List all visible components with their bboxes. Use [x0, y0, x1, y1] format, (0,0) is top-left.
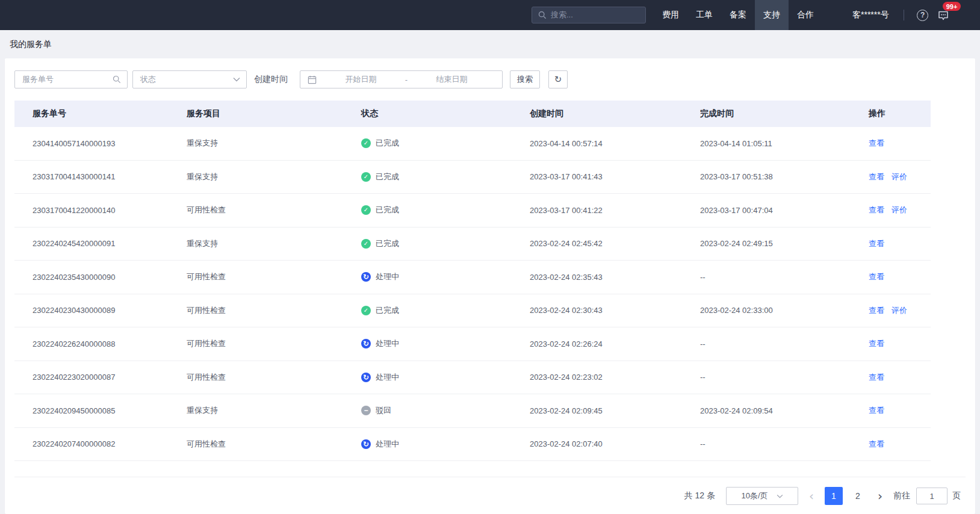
status-cell: ↻ 处理中 [361, 439, 530, 450]
status-text: 已完成 [376, 238, 399, 249]
navbar-search-input[interactable]: 搜索... [532, 7, 646, 23]
service-item: 可用性检查 [187, 338, 361, 349]
view-link[interactable]: 查看 [869, 205, 884, 215]
goto-page-input[interactable]: 1 [916, 488, 947, 504]
status-select[interactable]: 状态 [132, 70, 247, 88]
nav-item-partner[interactable]: 合作 [789, 0, 822, 30]
view-link[interactable]: 查看 [869, 271, 884, 282]
view-link[interactable]: 查看 [869, 405, 884, 416]
table-row: 2302240226240000088 可用性检查 ↻ 处理中 2023-02-… [14, 327, 931, 361]
status-text: 处理中 [376, 338, 399, 349]
page-button-1[interactable]: 1 [825, 487, 843, 505]
service-orders-panel: 服务单号 状态 创建时间 [5, 58, 975, 514]
order-id: 2302240226240000088 [14, 339, 187, 348]
page-size-select[interactable]: 10条/页 [726, 487, 798, 505]
status-icon: ✓ [361, 205, 371, 215]
page-title: 我的服务单 [10, 39, 52, 50]
status-cell: ✓ 已完成 [361, 138, 530, 149]
service-orders-table: 服务单号 服务项目 状态 创建时间 完成时间 操作 23041400571400… [14, 101, 931, 461]
view-link[interactable]: 查看 [869, 305, 884, 316]
col-header-created: 创建时间 [530, 108, 700, 119]
page-number-list: 12 [825, 487, 867, 505]
rate-link[interactable]: 评价 [892, 172, 907, 182]
refresh-button[interactable]: ↻ [548, 70, 568, 88]
view-link[interactable]: 查看 [869, 172, 884, 182]
order-id: 2304140057140000193 [14, 139, 187, 148]
status-cell: − 驳回 [361, 405, 530, 416]
created-time: 2023-02-24 02:07:40 [530, 439, 700, 448]
order-number-input[interactable]: 服务单号 [14, 70, 128, 88]
calendar-icon [308, 75, 317, 84]
primary-nav: 费用 工单 备案 支持 合作 客******号 ? 99+ [654, 0, 954, 30]
chevron-down-icon [233, 77, 240, 82]
finished-time: 2023-03-17 00:51:38 [700, 172, 869, 181]
service-item: 可用性检查 [187, 305, 361, 316]
status-cell: ✓ 已完成 [361, 205, 530, 215]
rate-link[interactable]: 评价 [892, 305, 907, 316]
rate-link[interactable]: 评价 [892, 205, 907, 215]
next-page-button[interactable]: › [875, 490, 885, 502]
status-text: 已完成 [376, 205, 399, 215]
row-actions: 查看 [869, 439, 931, 450]
nav-item-billing[interactable]: 费用 [654, 0, 687, 30]
status-cell: ↻ 处理中 [361, 338, 530, 349]
created-time-label: 创建时间 [254, 74, 288, 85]
order-id: 2302240223020000087 [14, 373, 187, 382]
status-text: 处理中 [376, 372, 399, 383]
nav-item-support[interactable]: 支持 [755, 0, 789, 30]
pagination-bar: 共 12 条 10条/页 ‹ 12 › 前往 1 页 [14, 477, 966, 505]
order-id: 2302240235430000090 [14, 273, 187, 282]
table-row: 2302240235430000090 可用性检查 ↻ 处理中 2023-02-… [14, 261, 931, 294]
status-icon: ✓ [361, 239, 371, 249]
prev-page-button[interactable]: ‹ [807, 490, 816, 502]
service-item: 可用性检查 [187, 439, 361, 450]
finished-time: 2023-02-24 02:49:15 [700, 239, 869, 248]
status-icon: ↻ [361, 272, 371, 282]
col-header-order-id: 服务单号 [14, 108, 187, 119]
view-link[interactable]: 查看 [869, 372, 884, 383]
page-button-2[interactable]: 2 [849, 487, 867, 505]
row-actions: 查看 [869, 405, 931, 416]
view-link[interactable]: 查看 [869, 439, 884, 450]
chevron-down-icon [777, 494, 783, 498]
table-body: 2304140057140000193 重保支持 ✓ 已完成 2023-04-1… [14, 127, 931, 461]
table-row: 2303170041430000141 重保支持 ✓ 已完成 2023-03-1… [14, 161, 931, 194]
search-icon [113, 75, 121, 84]
nav-divider [904, 10, 904, 20]
search-button[interactable]: 搜索 [510, 70, 540, 88]
table-header-row: 服务单号 服务项目 状态 创建时间 完成时间 操作 [14, 101, 931, 127]
finished-time: -- [700, 273, 869, 282]
date-range-picker[interactable]: 开始日期 - 结束日期 [300, 70, 503, 88]
messages-button[interactable]: 99+ [933, 0, 954, 30]
status-cell: ✓ 已完成 [361, 305, 530, 316]
table-row: 2302240245420000091 重保支持 ✓ 已完成 2023-02-2… [14, 228, 931, 261]
service-item: 可用性检查 [187, 271, 361, 282]
view-link[interactable]: 查看 [869, 138, 884, 149]
created-time: 2023-03-17 00:41:22 [530, 206, 700, 215]
navbar-search-placeholder: 搜索... [551, 10, 573, 20]
created-time: 2023-02-24 02:45:42 [530, 239, 700, 248]
topbar: 搜索... 费用 工单 备案 支持 合作 客******号 ? 99+ [0, 0, 980, 30]
status-icon: ✓ [361, 172, 371, 182]
col-header-actions: 操作 [869, 108, 931, 119]
view-link[interactable]: 查看 [869, 338, 884, 349]
nav-item-icp[interactable]: 备案 [721, 0, 755, 30]
status-icon: − [361, 406, 371, 415]
help-button[interactable]: ? [913, 0, 933, 30]
status-text: 已完成 [376, 305, 399, 316]
row-actions: 查看 [869, 372, 931, 383]
service-item: 重保支持 [187, 172, 361, 182]
order-number-placeholder: 服务单号 [22, 74, 113, 85]
refresh-icon: ↻ [554, 74, 562, 85]
page-title-bar: 我的服务单 [0, 30, 980, 58]
row-actions: 查看评价 [869, 305, 931, 316]
account-name[interactable]: 客******号 [846, 10, 895, 20]
nav-item-tickets[interactable]: 工单 [687, 0, 721, 30]
table-row: 2303170041220000140 可用性检查 ✓ 已完成 2023-03-… [14, 194, 931, 228]
table-row: 2302240230430000089 可用性检查 ✓ 已完成 2023-02-… [14, 294, 931, 328]
view-link[interactable]: 查看 [869, 238, 884, 249]
service-item: 可用性检查 [187, 372, 361, 383]
message-count-badge: 99+ [943, 2, 961, 11]
created-time: 2023-04-14 00:57:14 [530, 139, 700, 148]
order-id: 2303170041220000140 [14, 206, 187, 215]
